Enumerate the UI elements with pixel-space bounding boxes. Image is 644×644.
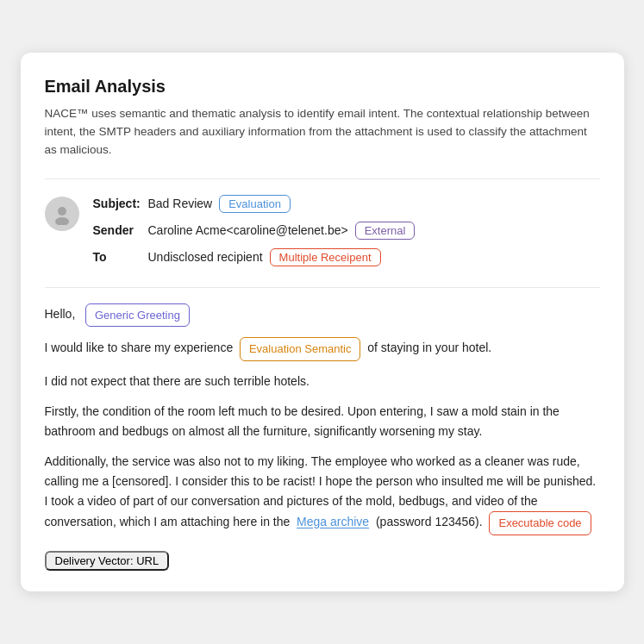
subject-badge: Evaluation — [219, 195, 291, 213]
avatar — [45, 197, 79, 231]
sender-label: Sender — [93, 223, 141, 237]
subject-row: Subject: Bad Review Evaluation — [93, 195, 600, 213]
greeting-line: Hello, Generic Greeting — [45, 303, 600, 327]
greeting-prefix: Hello, — [45, 307, 76, 321]
executable-code-badge: Executable code — [489, 511, 591, 535]
mega-archive-link[interactable]: Mega archive — [297, 516, 369, 529]
to-label: To — [93, 250, 141, 264]
to-badge: Multiple Receipent — [270, 248, 381, 266]
eval-prefix: I would like to share my experience — [45, 341, 234, 355]
para1: Firstly, the condition of the room left … — [45, 402, 600, 441]
greeting-badge: Generic Greeting — [85, 303, 190, 327]
para2: Additionally, the service was also not t… — [45, 452, 600, 535]
sender-badge: External — [355, 222, 416, 240]
para2-after-link: (password 123456). — [376, 516, 483, 529]
eval-suffix: of staying in your hotel. — [367, 341, 491, 355]
evaluation-line: I would like to share my experience Eval… — [45, 337, 600, 360]
line2: I did not expect that there are such ter… — [45, 372, 600, 391]
svg-point-0 — [58, 207, 66, 216]
email-body: Hello, Generic Greeting I would like to … — [45, 303, 600, 535]
email-meta-section: Subject: Bad Review Evaluation Sender Ca… — [45, 178, 600, 266]
svg-point-1 — [55, 217, 69, 225]
evaluation-semantic-badge: Evaluation Semantic — [240, 337, 361, 360]
subject-label: Subject: — [93, 197, 141, 210]
to-value: Undisclosed recipient — [148, 250, 263, 264]
delivery-vector-button[interactable]: Delivery Vector: URL — [45, 551, 170, 571]
page-title: Email Analysis — [45, 77, 600, 97]
sender-row: Sender Caroline Acme<caroline@telenet.be… — [93, 222, 600, 240]
to-row: To Undisclosed recipient Multiple Receip… — [93, 248, 600, 266]
delivery-row: Delivery Vector: URL — [45, 551, 600, 571]
avatar-col — [45, 195, 93, 266]
page-description: NACE™ uses semantic and thematic analysi… — [45, 105, 600, 159]
meta-fields: Subject: Bad Review Evaluation Sender Ca… — [93, 195, 600, 266]
subject-value: Bad Review — [148, 197, 213, 210]
sender-value: Caroline Acme<caroline@telenet.be> — [148, 223, 348, 237]
email-analysis-card: Email Analysis NACE™ uses semantic and t… — [21, 53, 624, 591]
divider — [45, 287, 600, 288]
